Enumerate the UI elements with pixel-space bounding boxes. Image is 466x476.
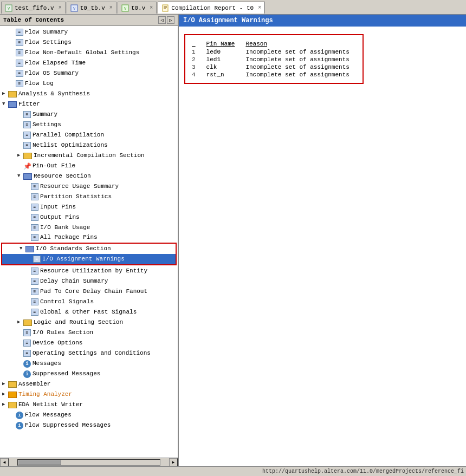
toc-label-eda-netlist: EDA Netlist Writer bbox=[18, 400, 83, 409]
tab-t0-tb-close[interactable]: × bbox=[109, 5, 113, 11]
scroll-thumb[interactable] bbox=[18, 460, 61, 465]
toc-item-flow-log[interactable]: ≡ Flow Log bbox=[0, 79, 178, 89]
toc-header: Table of Contents ◁ ▷ bbox=[0, 15, 178, 26]
toc-label-pad-to-core: Pad To Core Delay Chain Fanout bbox=[40, 287, 147, 296]
tab-t0-label: t0.v bbox=[131, 5, 145, 11]
toc-item-flow-nondefault[interactable]: ≡ Flow Non-Default Global Settings bbox=[0, 48, 178, 58]
toc-item-flow-os[interactable]: ≡ Flow OS Summary bbox=[0, 68, 178, 79]
v-file-green-icon: V bbox=[121, 4, 129, 12]
row-4-num: 4 bbox=[190, 71, 204, 79]
toc-item-fitter-summary[interactable]: ≡ Summary bbox=[0, 109, 178, 120]
toc-icon-btn-2[interactable]: ▷ bbox=[167, 16, 174, 24]
toc-item-flow-suppressed[interactable]: i Flow Suppressed Messages bbox=[0, 420, 178, 431]
io-assignment-table-container: Pin Name Reason 1 led0 Incomplete set of… bbox=[184, 34, 364, 84]
page-icon: ≡ bbox=[31, 204, 38, 211]
no-arrow bbox=[17, 131, 23, 140]
toc-label-fitter-summary: Summary bbox=[33, 110, 57, 119]
toc-item-input-pins[interactable]: ≡ Input Pins bbox=[0, 202, 178, 212]
toc-icon-btn-1[interactable]: ◁ bbox=[158, 16, 166, 24]
toc-item-fitter-settings[interactable]: ≡ Settings bbox=[0, 120, 178, 130]
toc-item-incremental[interactable]: ▶ Incremental Compilation Section bbox=[0, 151, 178, 161]
toc-item-assembler[interactable]: ▶ Assembler bbox=[0, 379, 178, 389]
toc-item-flow-elapsed[interactable]: ≡ Flow Elapsed Time bbox=[0, 58, 178, 68]
io-standards-highlight-box: ▼ I/O Standards Section ≡ I/O Assignment… bbox=[1, 243, 177, 265]
scroll-right-btn[interactable]: ▶ bbox=[169, 458, 178, 467]
toc-title: Table of Contents bbox=[3, 17, 64, 23]
toc-item-operating-settings[interactable]: ≡ Operating Settings and Conditions bbox=[0, 348, 178, 358]
toc-label-fitter: Fitter bbox=[18, 100, 40, 109]
toc-item-io-rules[interactable]: ≡ I/O Rules Section bbox=[0, 328, 178, 338]
toc-item-pad-to-core[interactable]: ≡ Pad To Core Delay Chain Fanout bbox=[0, 286, 178, 297]
toc-item-eda-netlist[interactable]: ▶ EDA Netlist Writer bbox=[0, 400, 178, 410]
table-row: 2 led1 Incomplete set of assignments bbox=[190, 56, 358, 63]
toc-item-fitter-parallel[interactable]: ≡ Parallel Compilation bbox=[0, 130, 178, 140]
info-icon: i bbox=[23, 360, 31, 368]
toc-item-control-signals[interactable]: ≡ Control Signals bbox=[0, 297, 178, 307]
toc-label-control-signals: Control Signals bbox=[40, 297, 94, 307]
toc-item-device-options[interactable]: ≡ Device Options bbox=[0, 338, 178, 348]
toc-label-timing-analyzer: Timing Analyzer bbox=[18, 390, 72, 399]
toc-item-all-package[interactable]: ≡ All Package Pins bbox=[0, 233, 178, 242]
toc-item-logic-routing[interactable]: ▶ Logic and Routing Section bbox=[0, 317, 178, 328]
no-arrow bbox=[25, 233, 30, 242]
page-icon: ≡ bbox=[31, 193, 38, 200]
toc-item-fitter[interactable]: ▼ Fitter bbox=[0, 99, 178, 109]
tab-t0-close[interactable]: × bbox=[150, 5, 153, 11]
toc-item-flow-settings[interactable]: ≡ Flow Settings bbox=[0, 37, 178, 48]
toc-label-io-assignment-warnings: I/O Assignment Warnings bbox=[42, 255, 125, 264]
folder-blue-icon bbox=[8, 101, 17, 108]
scroll-left-btn[interactable]: ◀ bbox=[0, 458, 9, 467]
tab-test-fifo[interactable]: V test_fifo.v × bbox=[1, 2, 66, 14]
toc-item-resource-section[interactable]: ▼ Resource Section bbox=[0, 171, 178, 181]
toc-item-suppressed-messages[interactable]: i Suppressed Messages bbox=[0, 369, 178, 379]
toc-item-global-other[interactable]: ≡ Global & Other Fast Signals bbox=[0, 307, 178, 317]
no-arrow bbox=[17, 349, 23, 358]
toc-label-flow-suppressed: Flow Suppressed Messages bbox=[25, 421, 111, 430]
scroll-track[interactable] bbox=[17, 459, 160, 466]
no-arrow bbox=[25, 203, 30, 212]
toc-label-fitter-parallel: Parallel Compilation bbox=[33, 131, 104, 140]
toc-item-pinout[interactable]: 📌 Pin-Out File bbox=[0, 161, 178, 171]
toc-label-flow-nondefault: Flow Non-Default Global Settings bbox=[25, 48, 139, 57]
no-arrow bbox=[17, 359, 23, 368]
tab-test-fifo-close[interactable]: × bbox=[59, 5, 62, 11]
table-row: 3 clk Incomplete set of assignments bbox=[190, 63, 358, 71]
toc-item-messages[interactable]: i Messages bbox=[0, 358, 178, 369]
toc-item-flow-summary[interactable]: ≡ Flow Summary bbox=[0, 27, 178, 37]
toc-item-output-pins[interactable]: ≡ Output Pins bbox=[0, 212, 178, 223]
toc-item-fitter-netlist[interactable]: ≡ Netlist Optimizations bbox=[0, 140, 178, 151]
toc-item-timing-analyzer[interactable]: ▶ Timing Analyzer bbox=[0, 389, 178, 400]
tab-t0-tb[interactable]: V t0_tb.v × bbox=[67, 2, 116, 14]
page-icon: ≡ bbox=[23, 350, 31, 357]
toc-item-analysis-synthesis[interactable]: ▶ Analysis & Synthesis bbox=[0, 89, 178, 99]
page-icon: ≡ bbox=[23, 111, 31, 118]
io-assignment-table: Pin Name Reason 1 led0 Incomplete set of… bbox=[190, 40, 358, 79]
tab-compilation-close[interactable]: × bbox=[258, 5, 261, 11]
toc-item-resource-usage[interactable]: ≡ Resource Usage Summary bbox=[0, 181, 178, 192]
toc-item-io-bank[interactable]: ≡ I/O Bank Usage bbox=[0, 223, 178, 233]
page-icon: ≡ bbox=[16, 39, 23, 46]
toc-item-partition-stats[interactable]: ≡ Partition Statistics bbox=[0, 192, 178, 202]
toc-label-resource-util: Resource Utilization by Entity bbox=[40, 266, 147, 276]
toc-label-partition-stats: Partition Statistics bbox=[40, 192, 112, 201]
horizontal-scrollbar[interactable]: ◀ ▶ bbox=[0, 458, 178, 466]
toc-item-io-standards-section[interactable]: ▼ I/O Standards Section bbox=[2, 244, 176, 254]
page-icon: ≡ bbox=[31, 309, 38, 316]
info-icon: i bbox=[16, 412, 23, 419]
toc-label-flow-settings: Flow Settings bbox=[25, 38, 72, 47]
toc-tree[interactable]: ≡ Flow Summary ≡ Flow Settings ≡ Flow No… bbox=[0, 26, 178, 458]
tab-compilation-label: Compilation Report - t0 bbox=[171, 5, 254, 11]
toc-label-flow-log: Flow Log bbox=[25, 79, 54, 88]
toc-item-delay-chain[interactable]: ≡ Delay Chain Summary bbox=[0, 276, 178, 286]
tab-compilation[interactable]: Compilation Report - t0 × bbox=[158, 2, 265, 14]
tab-t0[interactable]: V t0.v × bbox=[118, 2, 157, 14]
toc-label-resource-usage: Resource Usage Summary bbox=[40, 182, 119, 191]
folder-yellow-icon bbox=[8, 402, 17, 408]
toc-item-io-assignment-warnings[interactable]: ≡ I/O Assignment Warnings bbox=[2, 254, 176, 264]
toc-header-icons: ◁ ▷ bbox=[158, 16, 174, 24]
collapse-arrow: ▶ bbox=[2, 89, 8, 99]
folder-orange-icon bbox=[8, 392, 17, 398]
toc-item-flow-messages[interactable]: i Flow Messages bbox=[0, 410, 178, 420]
toc-label-flow-elapsed: Flow Elapsed Time bbox=[25, 58, 86, 68]
toc-item-resource-util[interactable]: ≡ Resource Utilization by Entity bbox=[0, 266, 178, 276]
